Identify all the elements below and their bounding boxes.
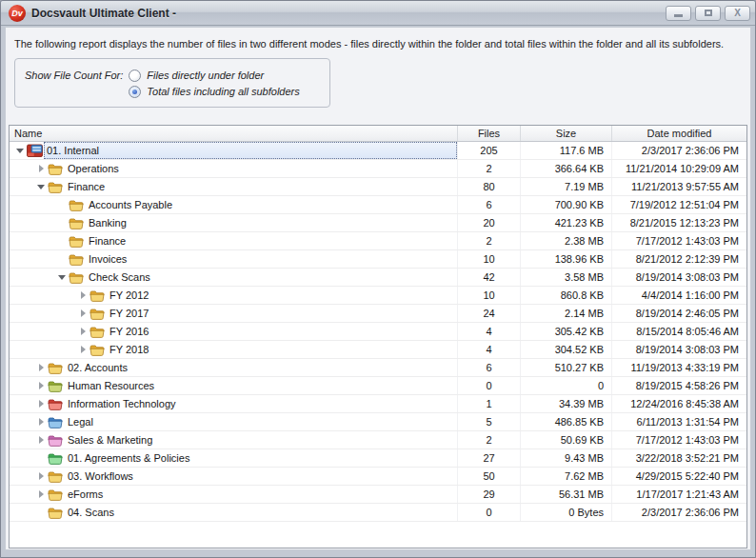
name-cell: Legal <box>10 413 458 430</box>
name-cell: Check Scans <box>10 269 458 286</box>
window-titlebar[interactable]: Dv Docsvault Ultimate Client - X <box>1 1 755 26</box>
table-row[interactable]: Banking20421.23 KB8/21/2015 12:13:23 PM <box>10 214 746 232</box>
table-row[interactable]: 01. Agreements & Policies279.43 MB3/22/2… <box>10 449 746 468</box>
size-value: 700.90 KB <box>521 196 612 213</box>
expand-icon[interactable] <box>34 472 48 480</box>
table-row[interactable]: FY 201210860.8 KB4/4/2014 1:16:00 PM <box>10 287 746 305</box>
column-header-date-modified[interactable]: Date modified <box>612 126 746 141</box>
size-value: 486.85 KB <box>521 413 612 430</box>
table-row[interactable]: FY 20164305.42 KB8/15/2014 8:05:46 AM <box>10 323 746 341</box>
row-name-label: Legal <box>65 413 457 430</box>
radio-files-directly[interactable]: Files directly under folder <box>129 70 299 82</box>
row-name-label: 01. Agreements & Policies <box>65 449 457 467</box>
name-cell: FY 2016 <box>10 323 458 340</box>
files-count: 6 <box>458 196 521 213</box>
radio-total-files[interactable]: Total files including all subfolders <box>129 86 299 98</box>
expand-icon[interactable] <box>34 400 48 408</box>
row-name-label: Check Scans <box>86 269 457 286</box>
expand-icon[interactable] <box>76 346 90 353</box>
column-header-name[interactable]: Name <box>10 126 458 141</box>
table-row[interactable]: Invoices10138.96 KB8/21/2012 2:12:39 PM <box>10 250 746 269</box>
expand-icon[interactable] <box>34 165 48 172</box>
folder-icon <box>69 199 86 211</box>
name-cell: 01. Internal <box>10 142 458 159</box>
table-header: Name Files Size Date modified <box>10 126 746 142</box>
file-count-groupbox: Show File Count For: Files directly unde… <box>14 58 330 108</box>
collapse-icon[interactable] <box>55 275 69 280</box>
collapse-icon[interactable] <box>34 185 48 189</box>
table-row[interactable]: Operations2366.64 KB11/21/2014 10:29:09 … <box>10 160 746 178</box>
table-row[interactable]: Check Scans423.58 MB8/19/2014 3:08:03 PM <box>10 269 746 287</box>
expand-icon[interactable] <box>34 436 48 444</box>
table-row[interactable]: Accounts Payable6700.90 KB7/19/2012 12:5… <box>10 196 746 214</box>
folder-icon <box>48 488 65 501</box>
table-row[interactable]: Human Resources008/19/2015 4:58:26 PM <box>10 377 746 395</box>
files-count: 80 <box>458 178 521 195</box>
size-value: 34.39 MB <box>521 395 612 412</box>
size-value: 366.64 KB <box>521 160 612 177</box>
date-modified: 8/21/2015 12:13:23 PM <box>612 214 746 231</box>
radio-unselected-icon[interactable] <box>129 70 141 82</box>
expand-icon[interactable] <box>34 382 48 389</box>
expand-icon[interactable] <box>76 291 90 299</box>
size-value: 7.62 MB <box>521 468 612 485</box>
report-description: The following report displays the number… <box>6 28 750 50</box>
table-row[interactable]: Information Technology134.39 MB12/24/201… <box>10 395 746 413</box>
minimize-button[interactable] <box>666 6 691 21</box>
date-modified: 7/17/2012 1:43:03 PM <box>612 232 746 249</box>
radio-group: Files directly under folder Total files … <box>129 59 299 107</box>
table-row[interactable]: 01. Internal205117.6 MB2/3/2017 2:36:06 … <box>10 142 746 160</box>
column-header-files[interactable]: Files <box>458 126 521 141</box>
date-modified: 4/29/2015 5:22:40 PM <box>612 468 746 485</box>
folder-icon <box>90 326 107 338</box>
folder-icon <box>48 507 65 519</box>
table-row[interactable]: eForms2956.31 MB1/17/2017 1:21:43 AM <box>10 486 746 504</box>
expand-icon[interactable] <box>76 309 90 317</box>
table-row[interactable]: Finance22.38 MB7/17/2012 1:43:03 PM <box>10 232 746 250</box>
folder-icon <box>69 235 86 248</box>
files-count: 4 <box>458 323 521 340</box>
files-count: 205 <box>458 142 521 159</box>
size-value: 421.23 KB <box>521 214 612 231</box>
size-value: 0 Bytes <box>521 504 612 521</box>
folder-icon <box>90 289 107 302</box>
table-row[interactable]: Sales & Marketing250.69 KB7/17/2012 1:43… <box>10 431 746 449</box>
collapse-icon[interactable] <box>13 149 27 153</box>
column-header-size[interactable]: Size <box>521 126 612 141</box>
row-name-label: 02. Accounts <box>65 359 457 376</box>
name-cell: Sales & Marketing <box>10 431 458 448</box>
row-name-label: FY 2018 <box>107 341 457 358</box>
size-value: 56.31 MB <box>521 486 612 503</box>
table-row[interactable]: FY 2017242.14 MB8/19/2014 2:46:05 PM <box>10 305 746 323</box>
files-count: 1 <box>458 395 521 412</box>
files-count: 10 <box>458 250 521 268</box>
expand-icon[interactable] <box>76 328 90 335</box>
table-row[interactable]: Finance807.19 MB11/21/2013 9:57:55 AM <box>10 178 746 196</box>
expand-icon[interactable] <box>34 418 48 426</box>
radio-label: Total files including all subfolders <box>147 86 299 97</box>
row-name-label: 03. Workflows <box>65 468 457 485</box>
radio-selected-icon[interactable] <box>129 86 141 98</box>
folder-icon <box>90 308 107 320</box>
table-row[interactable]: 03. Workflows507.62 MB4/29/2015 5:22:40 … <box>10 468 746 486</box>
date-modified: 8/21/2012 2:12:39 PM <box>612 250 746 268</box>
name-cell: Human Resources <box>10 377 458 394</box>
table-row[interactable]: Legal5486.85 KB6/11/2013 1:31:54 PM <box>10 413 746 431</box>
row-name-label: 04. Scans <box>65 504 457 521</box>
name-cell: eForms <box>10 486 458 503</box>
size-value: 2.14 MB <box>521 305 612 322</box>
date-modified: 12/24/2016 8:45:38 AM <box>612 395 746 412</box>
table-row[interactable]: 04. Scans00 Bytes2/3/2017 2:36:06 PM <box>10 504 746 522</box>
files-count: 42 <box>458 269 521 286</box>
size-value: 304.52 KB <box>521 341 612 358</box>
maximize-button[interactable] <box>695 6 721 21</box>
expand-icon[interactable] <box>34 364 48 371</box>
date-modified: 6/11/2013 1:31:54 PM <box>612 413 746 430</box>
expand-icon[interactable] <box>34 490 48 498</box>
folder-icon <box>69 217 86 229</box>
table-row[interactable]: 02. Accounts6510.27 KB11/19/2013 4:33:19… <box>10 359 746 377</box>
size-value: 50.69 KB <box>521 431 612 448</box>
table-row[interactable]: FY 20184304.52 KB8/19/2014 3:08:03 PM <box>10 341 746 359</box>
docsvault-logo-icon: Dv <box>9 5 26 22</box>
close-button[interactable]: X <box>725 6 750 21</box>
